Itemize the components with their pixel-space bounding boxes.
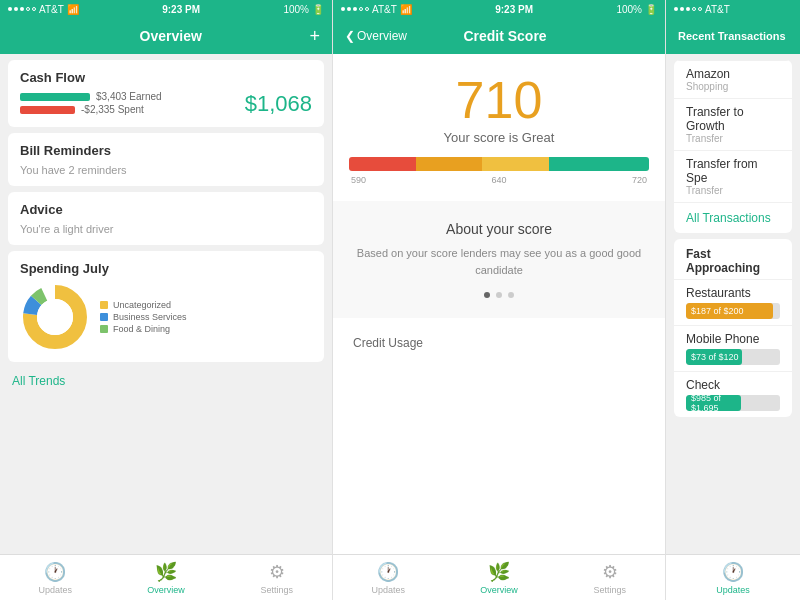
spent-bar — [20, 106, 75, 114]
legend-dot-business — [100, 313, 108, 321]
transaction-transfer-to: Transfer to Growth Transfer — [674, 98, 792, 150]
transaction-transfer-from: Transfer from Spe Transfer — [674, 150, 792, 202]
screen-transactions: AT&T Recent Transactions Amazon Shopping… — [665, 0, 800, 600]
cash-flow-total: $1,068 — [245, 91, 312, 117]
score-bar-great — [549, 157, 649, 171]
tab-settings-2[interactable]: ⚙ Settings — [554, 555, 665, 600]
credit-score-bar — [349, 157, 649, 171]
fast-approaching-title: Fast Approaching — [674, 239, 792, 279]
time-1: 9:23 PM — [162, 4, 200, 15]
tick-720: 720 — [632, 175, 647, 185]
credit-score-label: Your score is Great — [349, 130, 649, 145]
legend-dot-uncategorized — [100, 301, 108, 309]
earned-label: $3,403 Earned — [96, 91, 162, 102]
spending-donut-chart — [20, 282, 90, 352]
tab-overview-2[interactable]: 🌿 Overview — [444, 555, 555, 600]
spending-title: Spending July — [20, 261, 312, 276]
tab-bar-2: 🕐 Updates 🌿 Overview ⚙ Settings — [333, 554, 665, 600]
tab-overview-1[interactable]: 🌿 Overview — [111, 555, 222, 600]
check-bar: $985 of $1,695 — [686, 395, 741, 411]
carrier-1: AT&T — [39, 4, 64, 15]
all-trends-link[interactable]: All Trends — [0, 368, 332, 394]
tick-590: 590 — [351, 175, 366, 185]
screen-overview: AT&T 📶 9:23 PM 100% 🔋 Overview + Cash Fl… — [0, 0, 332, 600]
time-2: 9:23 PM — [495, 4, 533, 15]
updates-label-1: Updates — [39, 585, 73, 595]
add-button[interactable]: + — [309, 27, 320, 45]
signal-dots-2 — [341, 7, 369, 11]
settings-icon-1: ⚙ — [269, 561, 285, 583]
legend-uncategorized: Uncategorized — [100, 300, 312, 310]
page-dot-1 — [484, 292, 490, 298]
overview-icon-2: 🌿 — [488, 561, 510, 583]
signal-dots-3 — [674, 7, 702, 11]
score-bar-fair — [416, 157, 483, 171]
status-bar-1: AT&T 📶 9:23 PM 100% 🔋 — [0, 0, 332, 18]
tab-bar-3: 🕐 Updates — [666, 554, 800, 600]
overview-icon-1: 🌿 — [155, 561, 177, 583]
about-text: Based on your score lenders may see you … — [349, 245, 649, 278]
nav-bar-credit: ❮ Overview Credit Score — [333, 18, 665, 54]
nav-bar-overview: Overview + — [0, 18, 332, 54]
battery-2: 100% — [616, 4, 642, 15]
settings-icon-2: ⚙ — [602, 561, 618, 583]
updates-label-2: Updates — [372, 585, 406, 595]
wifi-icon: 📶 — [67, 4, 79, 15]
settings-label-2: Settings — [593, 585, 626, 595]
legend-business: Business Services — [100, 312, 312, 322]
budget-check: Check $985 of $1,695 — [674, 371, 792, 417]
spent-label: -$2,335 Spent — [81, 104, 144, 115]
battery-icon-1: 🔋 — [312, 4, 324, 15]
spending-legend: Uncategorized Business Services Food & D… — [100, 298, 312, 336]
settings-label-1: Settings — [260, 585, 293, 595]
earned-bar — [20, 93, 90, 101]
updates-icon-3: 🕐 — [722, 561, 744, 583]
legend-dot-food — [100, 325, 108, 333]
about-section: About your score Based on your score len… — [333, 201, 665, 318]
tab-updates-2[interactable]: 🕐 Updates — [333, 555, 444, 600]
transaction-amazon: Amazon Shopping — [674, 60, 792, 98]
tab-updates-3[interactable]: 🕐 Updates — [666, 555, 800, 600]
transactions-content: Amazon Shopping Transfer to Growth Trans… — [666, 54, 800, 554]
cash-flow-card: Cash Flow $3,403 Earned -$2,335 Spent $1… — [8, 60, 324, 127]
score-section: 710 Your score is Great 590 640 720 — [333, 54, 665, 201]
spent-row: -$2,335 Spent — [20, 104, 245, 115]
status-bar-2: AT&T 📶 9:23 PM 100% 🔋 — [333, 0, 665, 18]
tab-bar-1: 🕐 Updates 🌿 Overview ⚙ Settings — [0, 554, 332, 600]
spending-card: Spending July Uncategorized — [8, 251, 324, 362]
mobile-bar: $73 of $120 — [686, 349, 742, 365]
credit-score-number: 710 — [349, 74, 649, 126]
nav-bar-3: Recent Transactions — [666, 18, 800, 54]
bill-reminders-title: Bill Reminders — [20, 143, 312, 158]
svg-point-3 — [37, 299, 73, 335]
legend-food: Food & Dining — [100, 324, 312, 334]
signal-dots — [8, 7, 36, 11]
credit-usage-label: Credit Usage — [353, 336, 423, 350]
bill-reminders-card: Bill Reminders You have 2 reminders — [8, 133, 324, 186]
tab-updates-1[interactable]: 🕐 Updates — [0, 555, 111, 600]
budget-restaurants: Restaurants $187 of $200 — [674, 279, 792, 325]
tick-640: 640 — [491, 175, 506, 185]
pagination-dots — [349, 292, 649, 298]
updates-icon-2: 🕐 — [377, 561, 399, 583]
screen-credit-score: AT&T 📶 9:23 PM 100% 🔋 ❮ Overview Credit … — [332, 0, 665, 600]
battery-icon-2: 🔋 — [645, 4, 657, 15]
advice-card: Advice You're a light driver — [8, 192, 324, 245]
transactions-card: Amazon Shopping Transfer to Growth Trans… — [674, 60, 792, 233]
back-chevron: ❮ — [345, 29, 355, 43]
all-transactions-link[interactable]: All Transactions — [674, 202, 792, 233]
credit-content: 710 Your score is Great 590 640 720 Abou… — [333, 54, 665, 554]
back-button[interactable]: ❮ Overview — [345, 29, 407, 43]
back-label: Overview — [357, 29, 407, 43]
tab-settings-1[interactable]: ⚙ Settings — [221, 555, 332, 600]
overview-label-2: Overview — [480, 585, 518, 595]
restaurants-bar: $187 of $200 — [686, 303, 773, 319]
battery-1: 100% — [283, 4, 309, 15]
updates-icon-1: 🕐 — [44, 561, 66, 583]
overview-content: Cash Flow $3,403 Earned -$2,335 Spent $1… — [0, 54, 332, 554]
bill-reminders-subtitle: You have 2 reminders — [20, 164, 312, 176]
score-ticks: 590 640 720 — [349, 175, 649, 185]
updates-label-3: Updates — [716, 585, 750, 595]
carrier-3: AT&T — [705, 4, 730, 15]
fast-approaching-card: Fast Approaching Restaurants $187 of $20… — [674, 239, 792, 417]
